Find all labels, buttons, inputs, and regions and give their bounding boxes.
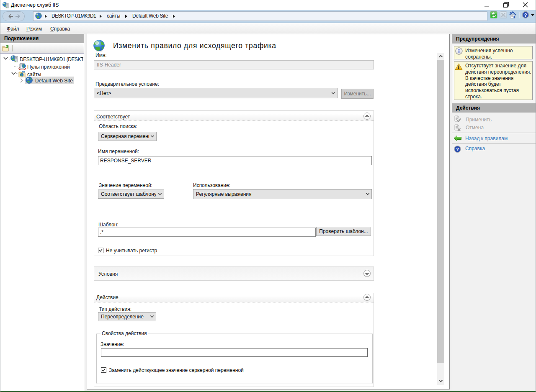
- svg-text:?: ?: [524, 13, 527, 18]
- svg-text:?: ?: [456, 147, 459, 152]
